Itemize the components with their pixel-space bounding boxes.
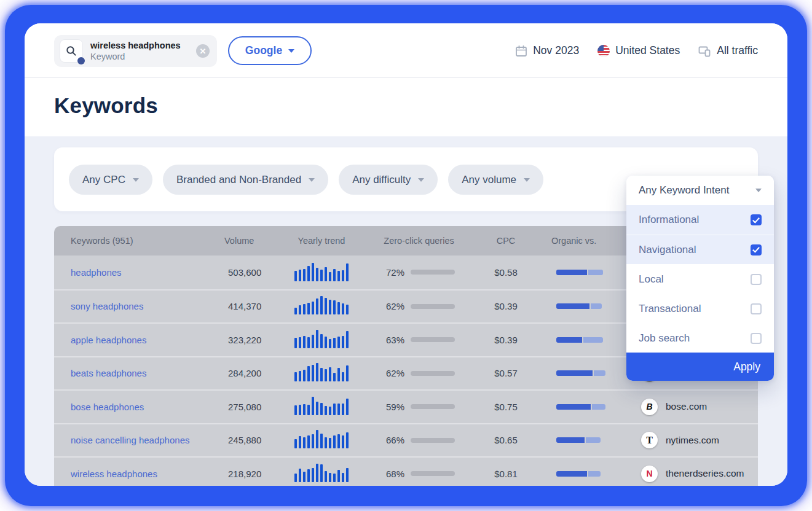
filter-any-volume[interactable]: Any volume bbox=[448, 165, 543, 195]
trend-bar bbox=[312, 335, 314, 348]
traffic-selector[interactable]: All traffic bbox=[698, 44, 758, 57]
trend-bar bbox=[346, 263, 349, 281]
filter-branded[interactable]: Branded and Non-Branded bbox=[163, 165, 328, 195]
keyword-link[interactable]: noise cancelling headphones bbox=[71, 424, 189, 457]
keyword-intent-trigger[interactable]: Any Keyword Intent bbox=[626, 176, 774, 205]
trend-bar bbox=[329, 473, 331, 482]
trend-bar bbox=[312, 365, 314, 381]
keyword-link[interactable]: bose headphones bbox=[71, 391, 144, 423]
checkbox-checked-icon[interactable] bbox=[751, 244, 762, 256]
trend-bar bbox=[294, 439, 297, 448]
trend-bar bbox=[316, 430, 318, 448]
intent-option-local[interactable]: Local bbox=[626, 264, 774, 294]
filter-label: Any difficulty bbox=[352, 174, 411, 186]
cpc-value: $0.58 bbox=[484, 256, 527, 289]
intent-option-informational[interactable]: Informational bbox=[626, 205, 774, 235]
trend-bar bbox=[325, 298, 327, 314]
filter-any-cpc[interactable]: Any CPC bbox=[69, 165, 152, 195]
col-header-trend: Yearly trend bbox=[293, 226, 350, 256]
yearly-trend-chart bbox=[293, 424, 350, 457]
yearly-trend-chart bbox=[293, 357, 350, 390]
zero-click-bar bbox=[411, 291, 455, 323]
filter-label: Branded and Non-Branded bbox=[176, 174, 301, 186]
trend-bar bbox=[342, 270, 344, 281]
date-selector[interactable]: Nov 2023 bbox=[515, 44, 579, 57]
intent-option-job-search[interactable]: Job search bbox=[626, 323, 774, 353]
trend-bar bbox=[320, 296, 323, 314]
cpc-value: $0.57 bbox=[484, 357, 527, 390]
trend-bar bbox=[342, 435, 344, 448]
trend-bar bbox=[325, 406, 327, 415]
trend-bar bbox=[333, 373, 336, 381]
checkbox-checked-icon[interactable] bbox=[751, 214, 762, 225]
chevron-down-icon bbox=[288, 49, 294, 53]
domain-label: thenerdseries.com bbox=[666, 468, 744, 479]
filter-any-difficulty[interactable]: Any difficulty bbox=[339, 165, 438, 195]
trend-bar bbox=[320, 434, 323, 448]
trend-bar bbox=[303, 472, 305, 482]
checkbox-unchecked-icon[interactable] bbox=[751, 303, 762, 314]
search-engine-label: Google bbox=[245, 44, 282, 57]
trend-bar bbox=[329, 438, 331, 448]
trend-bar bbox=[337, 470, 340, 482]
volume-value: 284,200 bbox=[228, 357, 261, 390]
col-header-organic: Organic vs. bbox=[551, 226, 596, 256]
trend-bar bbox=[333, 269, 336, 281]
zero-click-value: 59% bbox=[376, 391, 404, 423]
trend-bar bbox=[342, 473, 344, 482]
trend-bar bbox=[342, 303, 344, 314]
country-selector[interactable]: United States bbox=[597, 44, 680, 57]
intent-option-transactional[interactable]: Transactional bbox=[626, 294, 774, 323]
trend-bar bbox=[346, 468, 349, 482]
filter-pill-row: Any CPC Branded and Non-Branded Any diff… bbox=[69, 165, 543, 195]
keyword-link[interactable]: sony headphones bbox=[71, 291, 143, 323]
trend-bar bbox=[346, 365, 349, 381]
trend-bar bbox=[325, 437, 327, 448]
trend-bar bbox=[299, 337, 301, 348]
keyword-search-input[interactable]: wireless headphones Keyword ✕ bbox=[54, 35, 217, 67]
checkbox-unchecked-icon[interactable] bbox=[751, 333, 762, 344]
chevron-down-icon bbox=[755, 189, 762, 192]
intent-option-label: Informational bbox=[639, 214, 699, 226]
trend-bar bbox=[303, 404, 305, 415]
domain-favicon-icon: N bbox=[641, 466, 658, 482]
trend-bar bbox=[329, 407, 331, 415]
yearly-trend-chart bbox=[293, 458, 350, 486]
trend-bar bbox=[294, 372, 297, 381]
intent-option-label: Navigational bbox=[639, 244, 696, 256]
search-icon bbox=[60, 39, 83, 63]
search-type-label: Keyword bbox=[90, 51, 196, 62]
trend-bar bbox=[346, 432, 349, 448]
clear-search-icon[interactable]: ✕ bbox=[196, 44, 210, 58]
trend-bar bbox=[294, 338, 297, 348]
search-engine-dropdown[interactable]: Google bbox=[228, 36, 312, 65]
zero-click-bar bbox=[411, 324, 455, 356]
keyword-link[interactable]: beats headphones bbox=[71, 357, 146, 390]
zero-click-value: 68% bbox=[376, 458, 404, 486]
organic-vs-paid-bar bbox=[556, 424, 605, 457]
keyword-link[interactable]: headphones bbox=[71, 256, 122, 289]
yearly-trend-chart bbox=[293, 324, 350, 356]
trend-bar bbox=[320, 368, 323, 381]
search-query-value: wireless headphones bbox=[90, 40, 196, 51]
checkbox-unchecked-icon[interactable] bbox=[751, 274, 762, 285]
zero-click-bar bbox=[411, 357, 455, 390]
intent-option-label: Transactional bbox=[639, 303, 701, 315]
trend-bar bbox=[294, 474, 297, 482]
keyword-link[interactable]: wireless headphones bbox=[71, 458, 157, 486]
trend-bar bbox=[329, 339, 331, 348]
top-bar: wireless headphones Keyword ✕ Google bbox=[25, 23, 787, 78]
intent-option-navigational[interactable]: Navigational bbox=[626, 235, 774, 264]
trend-bar bbox=[307, 366, 310, 381]
trend-bar bbox=[346, 305, 349, 314]
domain-cell: N thenerdseries.com bbox=[641, 458, 744, 486]
trend-bar bbox=[307, 405, 310, 415]
screenshot-stage: wireless headphones Keyword ✕ Google bbox=[0, 0, 812, 511]
volume-value: 245,880 bbox=[228, 424, 261, 457]
trend-bar bbox=[337, 337, 340, 348]
chevron-down-icon bbox=[309, 178, 315, 182]
apply-label: Apply bbox=[733, 361, 760, 373]
trend-bar bbox=[320, 334, 323, 348]
apply-button[interactable]: Apply bbox=[626, 353, 774, 381]
keyword-link[interactable]: apple headphones bbox=[71, 324, 146, 356]
